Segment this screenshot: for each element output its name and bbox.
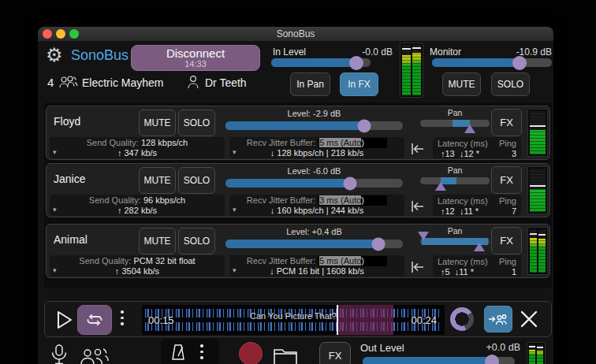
output-meter-right: [537, 344, 543, 364]
playback-gain-knob[interactable]: [450, 307, 474, 331]
jitter-paren: ): [361, 195, 364, 205]
peer-pan-label: Pan: [420, 226, 490, 236]
dropdown-caret-icon[interactable]: ▾: [53, 147, 57, 158]
output-fx-button[interactable]: FX: [319, 342, 351, 364]
jitter-paren: ): [361, 256, 364, 266]
dropdown-caret-icon[interactable]: ▾: [53, 266, 57, 276]
peer-solo-button[interactable]: SOLO: [178, 167, 215, 194]
app-logo-text: SonoBus: [71, 47, 129, 64]
waveform-display[interactable]: Can You Picture That? 00:15 00:24: [142, 305, 445, 335]
peer-level-knob[interactable]: [343, 176, 356, 190]
input-meter-right: [412, 45, 421, 95]
dropdown-caret-icon[interactable]: ▾: [233, 205, 237, 215]
peer-solo-button[interactable]: SOLO: [178, 110, 215, 136]
reset-jitter-icon[interactable]: [408, 197, 428, 216]
peer-level-fill: [225, 179, 350, 188]
metronome-icon[interactable]: [169, 343, 188, 362]
out-level-knob[interactable]: [485, 355, 499, 364]
jitter-field[interactable]: 5 ms (Auto): [318, 138, 387, 148]
peer-solo-button[interactable]: SOLO: [178, 228, 215, 254]
ping-label: Ping: [490, 139, 516, 149]
peer-level-slider[interactable]: [225, 179, 403, 188]
recv-jitter-box[interactable]: Recv Jitter Buffer: 3 ms (Auto) ↓ 160 kb…: [229, 195, 404, 216]
record-button[interactable]: [239, 342, 263, 364]
monitor-label: Monitor: [430, 46, 461, 58]
peer-fx-button[interactable]: FX: [491, 227, 522, 254]
peer-name: Floyd: [54, 115, 80, 128]
input-meter-left: [402, 45, 411, 95]
peer-level-knob[interactable]: [371, 237, 385, 251]
peer-pan-handle[interactable]: [435, 182, 446, 191]
in-pan-button[interactable]: In Pan: [290, 72, 330, 96]
dropdown-caret-icon[interactable]: ▾: [53, 205, 57, 215]
peer-mute-button[interactable]: MUTE: [139, 228, 176, 254]
peer-mute-button[interactable]: MUTE: [139, 110, 176, 136]
send-rate: ↑ 347 kb/s: [50, 148, 225, 158]
peer-meter-right: [538, 229, 546, 273]
peer-level-slider[interactable]: [225, 240, 403, 248]
playback-options-menu-icon[interactable]: [121, 310, 124, 325]
peer-level-knob[interactable]: [357, 119, 371, 132]
track-title: Can You Picture That?: [142, 311, 445, 321]
in-fx-button[interactable]: In FX: [340, 72, 378, 96]
peer-level-label: Level: +0.4 dB: [225, 227, 403, 236]
monitor-solo-button[interactable]: SOLO: [491, 72, 530, 96]
output-meter-left: [529, 344, 535, 364]
file-browser-folder-icon[interactable]: [272, 345, 299, 364]
peer-fx-button[interactable]: FX: [491, 109, 522, 136]
peer-meter: [527, 227, 548, 275]
latency-values: ↑5 ↓11 *: [438, 267, 490, 277]
mute-all-peers-icon[interactable]: [77, 347, 112, 364]
peer-pan-handle-right[interactable]: [474, 243, 485, 251]
loop-button[interactable]: [77, 305, 112, 335]
peer-row-janice: Janice MUTE SOLO Level: -6.0 dB Pan FX S…: [46, 163, 550, 217]
recv-jitter-box[interactable]: Recv Jitter Buffer: 5 ms (Auto) ↓ 128 kb…: [229, 137, 404, 158]
jitter-field[interactable]: 3 ms (Auto): [318, 195, 387, 206]
dropdown-caret-icon[interactable]: ▾: [233, 147, 237, 158]
metronome-options-menu-icon[interactable]: [200, 344, 203, 359]
out-level-slider[interactable]: [363, 357, 515, 364]
send-quality-label: Send Quality:: [79, 256, 131, 266]
monitor-slider[interactable]: [432, 58, 552, 67]
peer-meter: [527, 166, 548, 214]
in-level-slider[interactable]: [271, 58, 371, 67]
latency-values: ↑12 ↓11 *: [438, 206, 490, 217]
close-playback-icon[interactable]: [519, 309, 539, 329]
peer-level-label: Level: -2.9 dB: [225, 109, 403, 118]
dropdown-caret-icon[interactable]: ▾: [233, 266, 237, 276]
disconnect-button[interactable]: Disconnect 14:33: [131, 45, 260, 71]
mute-self-mic-icon[interactable]: [49, 344, 69, 364]
reset-jitter-icon[interactable]: [408, 139, 428, 158]
recv-jitter-label: Recv Jitter Buffer:: [247, 195, 315, 205]
playback-total-time: 00:24: [411, 314, 437, 326]
recv-jitter-box[interactable]: Recv Jitter Buffer: 5 ms (Auto) ↓ PCM 16…: [229, 255, 404, 277]
peer-fx-button[interactable]: FX: [491, 166, 522, 194]
send-quality-box[interactable]: Send Quality: 128 kbps/ch ↑ 347 kb/s ▾: [50, 137, 225, 158]
reset-jitter-icon[interactable]: [408, 258, 428, 277]
peer-row-animal: Animal MUTE SOLO Level: +0.4 dB Pan FX S…: [46, 224, 550, 278]
file-playback-bar: Can You Picture That? 00:15 00:24: [44, 301, 552, 337]
send-playback-to-group-button[interactable]: [484, 306, 512, 332]
send-quality-box[interactable]: Send Quality: 96 kbps/ch ↑ 282 kb/s ▾: [50, 195, 225, 216]
send-quality-label: Send Quality:: [87, 138, 139, 147]
in-level-slider-fill: [271, 58, 356, 67]
peer-pan-slider[interactable]: [420, 120, 490, 127]
peer-pan-label: Pan: [420, 108, 490, 117]
peer-pan-handle-left[interactable]: [418, 232, 429, 240]
peer-pan-slider[interactable]: [420, 238, 490, 245]
jitter-value: 3 ms (Auto: [319, 195, 361, 205]
peer-mute-button[interactable]: MUTE: [139, 167, 176, 194]
input-meter: [400, 43, 423, 98]
settings-gear-icon[interactable]: ⚙: [46, 44, 63, 66]
monitor-mute-button[interactable]: MUTE: [442, 72, 481, 96]
session-time: 14:33: [184, 60, 207, 69]
jitter-field[interactable]: 5 ms (Auto): [318, 256, 387, 266]
send-quality-box[interactable]: Send Quality: PCM 32 bit float ↑ 3504 kb…: [50, 255, 225, 277]
peer-pan-slider[interactable]: [420, 177, 490, 184]
out-level-value: +0.0 dB: [448, 342, 520, 353]
monitor-slider-knob[interactable]: [512, 56, 527, 70]
peer-pan-handle[interactable]: [464, 124, 475, 133]
peer-level-slider[interactable]: [225, 121, 403, 130]
in-level-slider-knob[interactable]: [349, 56, 363, 70]
play-button[interactable]: [53, 309, 75, 331]
